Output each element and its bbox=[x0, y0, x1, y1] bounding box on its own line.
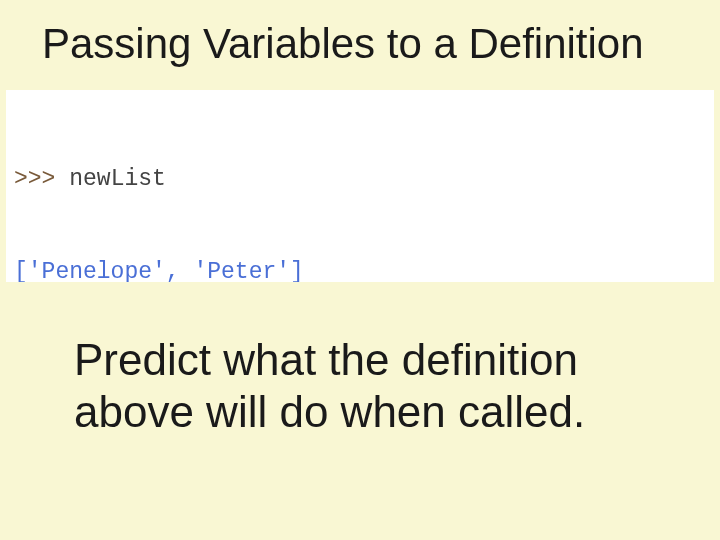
code-text: newList bbox=[69, 166, 166, 192]
code-line-1: >>> newList bbox=[14, 164, 706, 195]
code-line-2: ['Penelope', 'Peter'] bbox=[14, 257, 706, 282]
code-panel: >>> newList ['Penelope', 'Peter'] >>> de… bbox=[6, 90, 714, 282]
repl-output: ['Penelope', 'Peter'] bbox=[14, 259, 304, 282]
slide-body-text: Predict what the definition above will d… bbox=[74, 334, 674, 438]
repl-prompt: >>> bbox=[14, 166, 69, 192]
slide-title: Passing Variables to a Definition bbox=[42, 20, 644, 68]
